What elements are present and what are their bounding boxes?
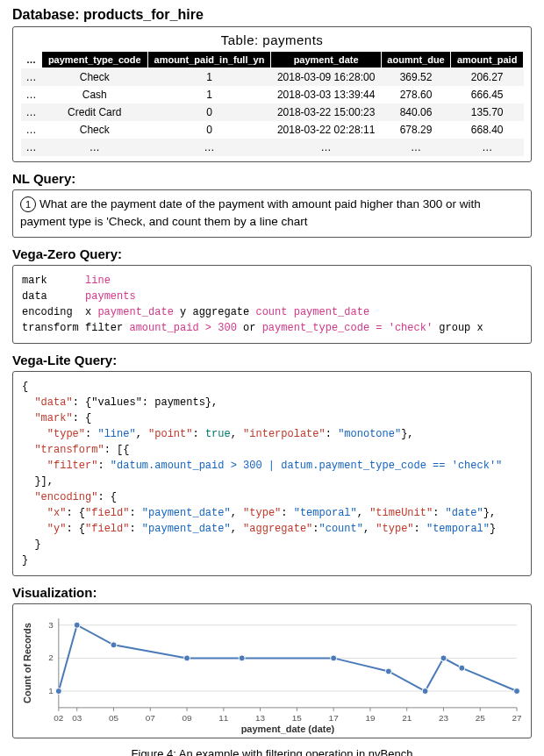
table-cell: 278.60 xyxy=(381,86,451,103)
svg-text:03: 03 xyxy=(72,712,82,722)
svg-text:15: 15 xyxy=(292,712,303,722)
nl-query-panel: 1What are the payment date of the paymen… xyxy=(12,189,532,238)
table-row: …Credit Card02018-03-22 15:00:23840.0613… xyxy=(21,103,524,121)
table-cell: … xyxy=(21,86,42,103)
vl-key: "mark" xyxy=(34,412,72,424)
table-cell: 206.27 xyxy=(451,68,524,87)
table-cell: Cash xyxy=(42,86,148,103)
svg-text:payment_date (date): payment_date (date) xyxy=(241,723,335,733)
vl-brace: { xyxy=(22,381,28,393)
svg-text:17: 17 xyxy=(329,712,340,722)
vz-txt: filter xyxy=(85,322,123,334)
table-cell: 1 xyxy=(147,86,271,103)
vz-val: count payment_date xyxy=(255,306,369,318)
vl-str: "monotone" xyxy=(338,428,401,440)
table-cell: 840.06 xyxy=(381,103,451,121)
vz-txt: or xyxy=(243,322,255,334)
vl-str: "count" xyxy=(319,523,363,535)
svg-text:1: 1 xyxy=(48,686,54,695)
table-header-cell: aoumnt_due xyxy=(381,52,451,68)
line-chart: 1230203050709111315171921232527payment_d… xyxy=(18,611,526,734)
table-cell: 678.29 xyxy=(381,121,451,139)
svg-text:05: 05 xyxy=(109,712,119,722)
vz-txt: group x xyxy=(439,322,483,334)
vega-lite-code: { "data": {"values": payments}, "mark": … xyxy=(12,371,532,576)
vl-str: "datum.amount_paid > 300 | datum.payment… xyxy=(111,460,502,472)
svg-point-43 xyxy=(422,688,428,694)
svg-text:3: 3 xyxy=(48,619,54,629)
vz-val: payment_date xyxy=(97,306,173,318)
table-header-cell: amount_paid_in_full_yn xyxy=(147,52,271,68)
nl-query-content: What are the payment date of the payment… xyxy=(20,197,481,228)
table-cell: 2018-03-09 16:28:00 xyxy=(271,68,381,87)
vl-key: "aggregate" xyxy=(243,523,312,535)
vl-str: "date" xyxy=(446,507,483,519)
table-row: …Cash12018-03-03 13:39:44278.60666.45 xyxy=(21,86,524,103)
table-row: …Check02018-03-22 02:28:11678.29668.40 xyxy=(21,121,524,139)
table-header-row: …payment_type_codeamount_paid_in_full_yn… xyxy=(21,52,524,68)
table-cell: Credit Card xyxy=(42,103,148,121)
table-body: …Check12018-03-09 16:28:00369.52206.27…C… xyxy=(21,68,524,157)
vz-val: payment_type_code = 'check' xyxy=(262,322,433,334)
vl-str: "payment_date" xyxy=(142,523,231,535)
database-title: Database: products_for_hire xyxy=(12,7,532,23)
table-cell: … xyxy=(271,139,381,156)
figure-caption: Figure 4: An example with filtering oper… xyxy=(12,747,532,757)
table-cell: 668.40 xyxy=(451,121,524,139)
svg-point-46 xyxy=(514,688,520,694)
table-cell: … xyxy=(21,103,42,121)
chart-panel: 1230203050709111315171921232527payment_d… xyxy=(12,603,532,738)
vl-key: "type" xyxy=(243,507,281,519)
table-cell: 2018-03-22 02:28:11 xyxy=(271,121,381,139)
vega-zero-code: mark line data payments encoding x payme… xyxy=(12,265,532,344)
table-cell: Check xyxy=(42,121,148,139)
svg-point-36 xyxy=(55,688,61,694)
svg-text:23: 23 xyxy=(439,712,449,722)
vl-key: "data" xyxy=(34,396,72,409)
svg-point-41 xyxy=(331,654,337,660)
table-cell: 135.70 xyxy=(451,103,524,121)
table-panel: Table: payments …payment_type_codeamount… xyxy=(12,26,532,162)
vl-key: "point" xyxy=(148,428,192,440)
vega-zero-title: Vega-Zero Query: xyxy=(12,246,532,261)
table-cell: 369.52 xyxy=(381,68,451,87)
vz-kw: transform xyxy=(22,322,79,334)
table-cell: 666.45 xyxy=(451,86,524,103)
table-cell: 2018-03-03 13:39:44 xyxy=(271,86,381,103)
vz-val: payments xyxy=(85,290,136,303)
nl-query-text: 1What are the payment date of the paymen… xyxy=(20,196,524,232)
table-cell: … xyxy=(381,139,451,156)
table-cell: … xyxy=(42,139,148,156)
svg-text:11: 11 xyxy=(218,712,229,722)
table-cell: Check xyxy=(42,68,148,87)
vl-key: "timeUnit" xyxy=(369,507,433,519)
vega-lite-title: Vega-Lite Query: xyxy=(12,353,532,367)
nl-query-title: NL Query: xyxy=(12,171,532,186)
table-row: ……………… xyxy=(21,139,524,156)
table-cell: … xyxy=(451,139,524,156)
vl-key: "filter" xyxy=(47,460,98,472)
svg-text:19: 19 xyxy=(365,712,376,722)
svg-point-45 xyxy=(459,665,465,671)
vl-str: "payment_date" xyxy=(142,507,231,519)
svg-text:13: 13 xyxy=(255,712,266,722)
svg-text:Count of Records: Count of Records xyxy=(22,623,32,703)
vl-key: "field" xyxy=(85,523,129,535)
vl-key: "x" xyxy=(47,507,67,519)
table-header-cell: payment_date xyxy=(271,52,381,68)
svg-point-42 xyxy=(385,667,391,674)
vz-kw: mark xyxy=(22,275,47,287)
svg-point-44 xyxy=(440,654,447,660)
vl-key: "transform" xyxy=(34,444,104,456)
table-header-cell: payment_type_code xyxy=(42,52,148,68)
svg-text:09: 09 xyxy=(183,712,193,722)
step-badge-1: 1 xyxy=(20,196,36,212)
visualization-title: Visualization: xyxy=(12,585,532,600)
vl-txt: : { xyxy=(73,412,92,424)
svg-text:27: 27 xyxy=(512,712,522,722)
svg-text:21: 21 xyxy=(402,712,412,722)
table-cell: … xyxy=(147,139,271,156)
vz-kw: encoding xyxy=(22,306,73,318)
vz-val: line xyxy=(85,275,111,287)
svg-point-38 xyxy=(111,641,117,647)
